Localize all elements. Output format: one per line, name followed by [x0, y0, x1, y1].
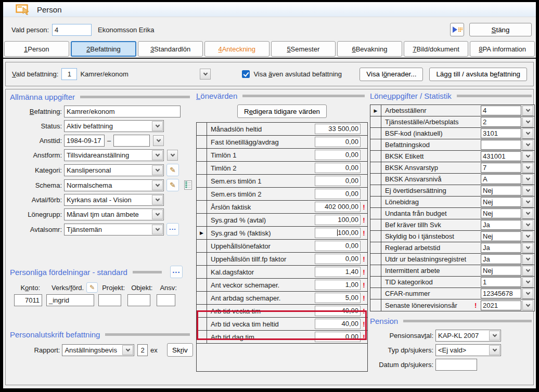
row-dropdown-button[interactable] — [522, 186, 533, 196]
row-value-input[interactable]: 0,00 — [315, 150, 361, 160]
row-value-input[interactable]: 402 000,00 — [315, 202, 361, 212]
row-value-input[interactable]: Nej — [481, 197, 521, 207]
row-dropdown-button[interactable] — [522, 243, 533, 253]
chevron-down-icon[interactable] — [489, 345, 500, 355]
row-dropdown-button[interactable] — [522, 197, 533, 207]
row-dropdown-button[interactable] — [522, 266, 533, 276]
antal-ex-field[interactable]: 2 — [137, 344, 148, 356]
datum-dp-sjukers-field[interactable] — [435, 359, 477, 371]
visa-avslutad-checkbox[interactable]: Visa även avslutad befattning — [242, 70, 342, 78]
row-value-input[interactable] — [481, 140, 521, 150]
row-value-input[interactable]: 0,00 — [315, 137, 361, 147]
schema-select[interactable]: Normalschema — [64, 179, 164, 191]
ansv-field[interactable] — [157, 294, 175, 306]
row-value-input[interactable]: 0,00 — [315, 189, 361, 199]
schema-edit-button[interactable]: ✎ — [166, 179, 179, 191]
chevron-down-icon[interactable] — [152, 165, 163, 175]
status-select[interactable]: Aktiv befattning — [64, 120, 164, 132]
visa-lonerader-button[interactable]: Visa lönerader... — [360, 68, 423, 81]
row-value-input[interactable]: 3101 — [481, 128, 521, 138]
row-value-input[interactable]: 0,00 — [315, 332, 361, 342]
row-value-input[interactable]: A — [481, 174, 521, 184]
row-value-input[interactable]: 1,40 — [315, 267, 361, 277]
row-value-input[interactable]: 1 — [481, 277, 521, 287]
chevron-down-icon[interactable] — [152, 210, 163, 219]
row-value-input[interactable]: 4 — [481, 106, 521, 115]
tab-6-bevakning[interactable]: 6 Bevakning — [337, 41, 402, 57]
chevron-down-icon[interactable] — [152, 121, 163, 131]
tab-1-person[interactable]: 1 Person — [4, 41, 69, 57]
row-dropdown-button[interactable] — [522, 174, 533, 185]
chevron-down-icon[interactable] — [152, 180, 163, 190]
row-value-input[interactable]: 0,00 — [315, 163, 361, 173]
chevron-down-icon[interactable] — [489, 331, 500, 341]
chevron-down-icon[interactable] — [152, 195, 163, 205]
row-value-input[interactable]: 7 — [481, 163, 521, 173]
tab-7-bild-dokument[interactable]: 7 Bild/dokument — [404, 41, 469, 57]
row-value-input[interactable]: 0,00 — [315, 241, 361, 251]
konto-field[interactable]: 7011 — [14, 294, 42, 306]
row-value-input[interactable]: Nej — [481, 231, 521, 241]
row-dropdown-button[interactable] — [522, 117, 533, 127]
row-dropdown-button[interactable] — [522, 208, 533, 219]
row-dropdown-button[interactable] — [522, 220, 533, 230]
row-value-input[interactable]: Ja — [481, 254, 521, 264]
vald-befattning-input[interactable]: 1 — [61, 68, 77, 80]
objekt-field[interactable] — [127, 294, 150, 306]
row-value-input[interactable]: 431001 — [481, 151, 521, 161]
tab-4-anteckning[interactable]: 4 Anteckning — [204, 41, 270, 57]
kategori-select[interactable]: Kanslipersonal — [64, 164, 164, 176]
row-value-input[interactable]: 100,00 — [315, 215, 361, 225]
lagg-till-avsluta-button[interactable]: Lägg till / avsluta befattning — [429, 68, 527, 81]
tab-8-pa-information[interactable]: 8 PA information — [470, 41, 535, 57]
lonegrupp-select[interactable]: Månavl tjm utan ämbete — [64, 208, 164, 220]
row-value-input[interactable]: 40,00 — [315, 319, 361, 329]
row-dropdown-button[interactable] — [522, 277, 533, 288]
row-dropdown-button[interactable] — [522, 254, 533, 265]
verks-field[interactable]: _ingrid — [46, 294, 94, 306]
chevron-down-icon[interactable] — [152, 150, 163, 160]
row-value-input[interactable]: Nej — [481, 186, 521, 195]
row-value-input[interactable]: Nej — [481, 266, 521, 276]
row-dropdown-button[interactable] — [522, 300, 533, 310]
row-value-input[interactable]: 12345678 — [481, 289, 521, 298]
avtalsomr-select[interactable]: Tjänstemän — [64, 224, 164, 236]
anstform-extra-dropdown-button[interactable] — [167, 150, 178, 161]
fordelningar-more-button[interactable]: ... — [170, 266, 183, 278]
row-dropdown-button[interactable] — [522, 128, 533, 139]
ansttid-dropdown-button[interactable] — [153, 135, 164, 146]
redigera-tidigare-button[interactable]: Redigera tidigare värden — [237, 104, 327, 118]
row-value-input[interactable]: 5,00 — [315, 293, 361, 303]
skriv-button[interactable]: Skriv — [167, 343, 193, 357]
row-value-input[interactable]: 100,00 — [315, 228, 361, 238]
run-button[interactable] — [450, 23, 464, 36]
avtalsomr-more-button[interactable]: ... — [166, 223, 179, 236]
avtal-forb-select[interactable]: Kyrkans avtal - Vision — [64, 194, 164, 206]
row-dropdown-button[interactable] — [522, 140, 533, 150]
tab-5-semester[interactable]: 5 Semester — [271, 41, 336, 57]
row-dropdown-button[interactable] — [522, 151, 533, 162]
row-dropdown-button[interactable] — [522, 163, 533, 173]
row-value-input[interactable]: 2021 — [481, 300, 521, 310]
befattning-field[interactable]: Kamrer/ekonom — [64, 106, 181, 117]
ansttid-from-field[interactable]: 1984-09-17 — [64, 135, 105, 147]
row-dropdown-button[interactable] — [522, 231, 533, 242]
chevron-down-icon[interactable] — [122, 345, 133, 355]
kategori-edit-button[interactable]: ✎ — [166, 164, 179, 176]
close-button[interactable]: Stäng — [469, 23, 532, 36]
row-dropdown-button[interactable] — [522, 106, 533, 116]
tab-3-standardlön[interactable]: 3 Standardlön — [138, 41, 203, 57]
row-value-input[interactable]: 0,00 — [315, 176, 361, 186]
tab-2-befattning[interactable]: 2 Befattning — [71, 41, 137, 57]
verks-edit-button[interactable]: ✎ — [86, 282, 98, 293]
row-value-input[interactable]: 0,00 — [315, 254, 361, 264]
row-dropdown-button[interactable] — [522, 289, 533, 299]
ansttid-to-field[interactable] — [113, 135, 150, 147]
pensionsavtal-select[interactable]: KAP-KL 2007 — [435, 330, 501, 342]
row-value-input[interactable]: 40,00 — [315, 306, 361, 316]
vald-person-input[interactable]: 4 — [52, 24, 92, 36]
row-value-input[interactable]: 2 — [481, 117, 521, 127]
chevron-down-icon[interactable] — [152, 225, 163, 234]
rapport-select[interactable]: Anställningsbevis — [62, 344, 134, 356]
row-value-input[interactable]: 1,00 — [315, 280, 361, 290]
